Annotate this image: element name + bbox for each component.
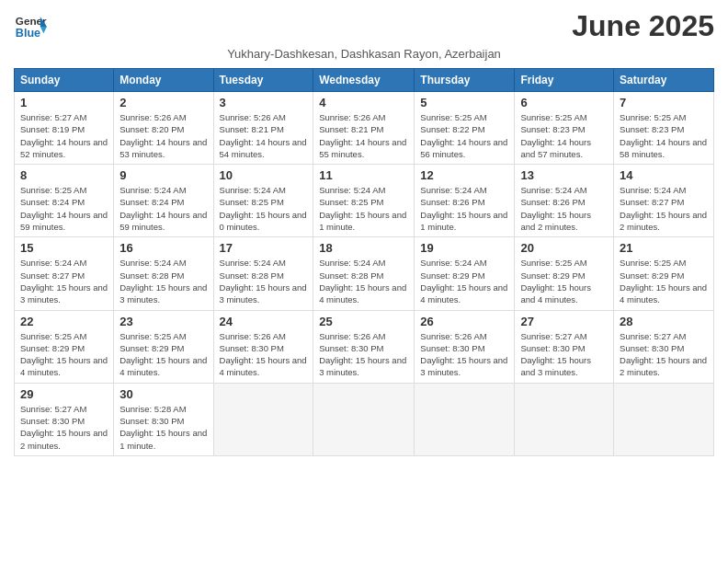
- day-number: 11: [319, 168, 408, 182]
- day-info: Sunrise: 5:24 AM Sunset: 8:27 PM Dayligh…: [20, 257, 108, 305]
- svg-marker-3: [40, 27, 47, 33]
- weekday-header-tuesday: Tuesday: [213, 69, 313, 92]
- day-number: 16: [119, 241, 207, 255]
- calendar-table: SundayMondayTuesdayWednesdayThursdayFrid…: [14, 68, 714, 456]
- day-number: 30: [119, 387, 207, 401]
- calendar-cell: 29 Sunrise: 5:27 AM Sunset: 8:30 PM Dayl…: [15, 383, 114, 455]
- day-number: 3: [220, 96, 308, 109]
- day-number: 14: [620, 168, 708, 182]
- day-info: Sunrise: 5:25 AM Sunset: 8:29 PM Dayligh…: [620, 257, 708, 305]
- day-info: Sunrise: 5:24 AM Sunset: 8:28 PM Dayligh…: [119, 257, 207, 305]
- day-number: 18: [319, 241, 408, 255]
- header: General Blue June 2025: [14, 9, 714, 43]
- logo: General Blue: [14, 10, 47, 43]
- calendar-cell: 24 Sunrise: 5:26 AM Sunset: 8:30 PM Dayl…: [213, 310, 313, 383]
- day-number: 20: [520, 241, 608, 255]
- day-info: Sunrise: 5:25 AM Sunset: 8:24 PM Dayligh…: [20, 184, 108, 233]
- day-info: Sunrise: 5:24 AM Sunset: 8:25 PM Dayligh…: [220, 184, 308, 233]
- day-number: 28: [620, 315, 708, 328]
- calendar-cell: 11 Sunrise: 5:24 AM Sunset: 8:25 PM Dayl…: [313, 165, 415, 237]
- calendar-cell: 16 Sunrise: 5:24 AM Sunset: 8:28 PM Dayl…: [114, 237, 213, 310]
- calendar-cell: [213, 383, 313, 455]
- calendar-cell: 9 Sunrise: 5:24 AM Sunset: 8:24 PM Dayli…: [114, 165, 213, 237]
- day-number: 2: [119, 96, 207, 109]
- month-title: June 2025: [572, 9, 714, 43]
- day-info: Sunrise: 5:25 AM Sunset: 8:29 PM Dayligh…: [520, 257, 608, 305]
- day-info: Sunrise: 5:27 AM Sunset: 8:30 PM Dayligh…: [20, 403, 108, 452]
- day-info: Sunrise: 5:24 AM Sunset: 8:25 PM Dayligh…: [319, 184, 408, 233]
- day-info: Sunrise: 5:25 AM Sunset: 8:29 PM Dayligh…: [119, 330, 207, 379]
- calendar-cell: 3 Sunrise: 5:26 AM Sunset: 8:21 PM Dayli…: [213, 92, 313, 165]
- calendar-cell: [313, 383, 415, 455]
- day-info: Sunrise: 5:26 AM Sunset: 8:21 PM Dayligh…: [220, 111, 308, 160]
- calendar-cell: 17 Sunrise: 5:24 AM Sunset: 8:28 PM Dayl…: [213, 237, 313, 310]
- day-number: 10: [220, 168, 308, 182]
- calendar-cell: 12 Sunrise: 5:24 AM Sunset: 8:26 PM Dayl…: [415, 165, 515, 237]
- page: General Blue June 2025 Yukhary-Dashkesan…: [0, 0, 728, 563]
- day-number: 13: [520, 168, 608, 182]
- day-number: 19: [420, 241, 508, 255]
- calendar-cell: 7 Sunrise: 5:25 AM Sunset: 8:23 PM Dayli…: [614, 92, 714, 165]
- day-info: Sunrise: 5:25 AM Sunset: 8:23 PM Dayligh…: [520, 111, 608, 160]
- day-info: Sunrise: 5:24 AM Sunset: 8:28 PM Dayligh…: [220, 257, 308, 305]
- day-number: 29: [20, 387, 108, 401]
- day-number: 26: [420, 315, 508, 328]
- calendar-cell: 18 Sunrise: 5:24 AM Sunset: 8:28 PM Dayl…: [313, 237, 415, 310]
- calendar-cell: 30 Sunrise: 5:28 AM Sunset: 8:30 PM Dayl…: [114, 383, 213, 455]
- calendar-cell: 26 Sunrise: 5:26 AM Sunset: 8:30 PM Dayl…: [415, 310, 515, 383]
- day-number: 7: [620, 96, 708, 109]
- day-info: Sunrise: 5:28 AM Sunset: 8:30 PM Dayligh…: [119, 403, 207, 452]
- calendar-cell: 6 Sunrise: 5:25 AM Sunset: 8:23 PM Dayli…: [515, 92, 614, 165]
- day-info: Sunrise: 5:26 AM Sunset: 8:20 PM Dayligh…: [119, 111, 207, 160]
- calendar-cell: 2 Sunrise: 5:26 AM Sunset: 8:20 PM Dayli…: [114, 92, 213, 165]
- calendar-cell: 1 Sunrise: 5:27 AM Sunset: 8:19 PM Dayli…: [15, 92, 114, 165]
- calendar-cell: 20 Sunrise: 5:25 AM Sunset: 8:29 PM Dayl…: [515, 237, 614, 310]
- day-info: Sunrise: 5:27 AM Sunset: 8:30 PM Dayligh…: [520, 330, 608, 379]
- subtitle: Yukhary-Dashkesan, Dashkasan Rayon, Azer…: [14, 47, 714, 61]
- weekday-header-thursday: Thursday: [415, 69, 515, 92]
- day-number: 9: [119, 168, 207, 182]
- calendar-cell: 25 Sunrise: 5:26 AM Sunset: 8:30 PM Dayl…: [313, 310, 415, 383]
- day-info: Sunrise: 5:24 AM Sunset: 8:26 PM Dayligh…: [420, 184, 508, 233]
- day-info: Sunrise: 5:27 AM Sunset: 8:19 PM Dayligh…: [20, 111, 108, 160]
- day-number: 24: [220, 315, 308, 328]
- calendar-cell: 5 Sunrise: 5:25 AM Sunset: 8:22 PM Dayli…: [415, 92, 515, 165]
- calendar-cell: 8 Sunrise: 5:25 AM Sunset: 8:24 PM Dayli…: [15, 165, 114, 237]
- logo-icon: General Blue: [14, 10, 47, 43]
- day-info: Sunrise: 5:24 AM Sunset: 8:27 PM Dayligh…: [620, 184, 708, 233]
- weekday-header-friday: Friday: [515, 69, 614, 92]
- day-number: 5: [420, 96, 508, 109]
- calendar-cell: 10 Sunrise: 5:24 AM Sunset: 8:25 PM Dayl…: [213, 165, 313, 237]
- calendar-cell: 15 Sunrise: 5:24 AM Sunset: 8:27 PM Dayl…: [15, 237, 114, 310]
- calendar-cell: 14 Sunrise: 5:24 AM Sunset: 8:27 PM Dayl…: [614, 165, 714, 237]
- day-number: 17: [220, 241, 308, 255]
- day-number: 6: [520, 96, 608, 109]
- day-number: 8: [20, 168, 108, 182]
- calendar-cell: [614, 383, 714, 455]
- calendar-cell: 28 Sunrise: 5:27 AM Sunset: 8:30 PM Dayl…: [614, 310, 714, 383]
- day-number: 22: [20, 315, 108, 328]
- day-info: Sunrise: 5:25 AM Sunset: 8:23 PM Dayligh…: [620, 111, 708, 160]
- calendar-cell: 27 Sunrise: 5:27 AM Sunset: 8:30 PM Dayl…: [515, 310, 614, 383]
- day-info: Sunrise: 5:26 AM Sunset: 8:21 PM Dayligh…: [319, 111, 408, 160]
- day-info: Sunrise: 5:26 AM Sunset: 8:30 PM Dayligh…: [319, 330, 408, 379]
- day-number: 21: [620, 241, 708, 255]
- calendar-cell: 19 Sunrise: 5:24 AM Sunset: 8:29 PM Dayl…: [415, 237, 515, 310]
- day-number: 4: [319, 96, 408, 109]
- day-info: Sunrise: 5:24 AM Sunset: 8:28 PM Dayligh…: [319, 257, 408, 305]
- day-number: 25: [319, 315, 408, 328]
- calendar-cell: 13 Sunrise: 5:24 AM Sunset: 8:26 PM Dayl…: [515, 165, 614, 237]
- weekday-header-wednesday: Wednesday: [313, 69, 415, 92]
- day-info: Sunrise: 5:26 AM Sunset: 8:30 PM Dayligh…: [220, 330, 308, 379]
- day-info: Sunrise: 5:25 AM Sunset: 8:22 PM Dayligh…: [420, 111, 508, 160]
- day-info: Sunrise: 5:24 AM Sunset: 8:29 PM Dayligh…: [420, 257, 508, 305]
- day-info: Sunrise: 5:24 AM Sunset: 8:26 PM Dayligh…: [520, 184, 608, 233]
- day-number: 12: [420, 168, 508, 182]
- calendar-cell: 23 Sunrise: 5:25 AM Sunset: 8:29 PM Dayl…: [114, 310, 213, 383]
- calendar-cell: 22 Sunrise: 5:25 AM Sunset: 8:29 PM Dayl…: [15, 310, 114, 383]
- day-number: 15: [20, 241, 108, 255]
- weekday-header-saturday: Saturday: [614, 69, 714, 92]
- weekday-header-sunday: Sunday: [15, 69, 114, 92]
- day-number: 27: [520, 315, 608, 328]
- day-info: Sunrise: 5:26 AM Sunset: 8:30 PM Dayligh…: [420, 330, 508, 379]
